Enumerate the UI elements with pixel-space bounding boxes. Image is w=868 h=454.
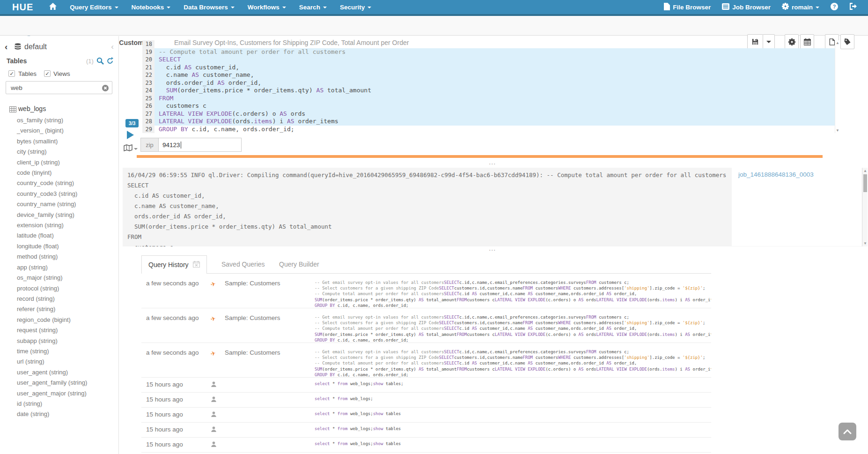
navbar-left: HUE Query EditorsNotebooksData BrowsersW… <box>0 0 378 14</box>
column-item[interactable]: os_major (string) <box>0 273 118 283</box>
column-item[interactable]: method (string) <box>0 252 118 262</box>
column-item[interactable]: country_name (string) <box>0 199 118 209</box>
nav-menu-search[interactable]: Search <box>293 0 333 14</box>
log-scrollbar[interactable]: ▲ ▼ <box>862 168 868 246</box>
column-item[interactable]: url (string) <box>0 357 118 367</box>
column-item[interactable]: id (string) <box>0 399 118 409</box>
column-item[interactable]: time (string) <box>0 346 118 357</box>
column-item[interactable]: subapp (string) <box>0 336 118 346</box>
column-item[interactable]: device_family (string) <box>0 210 118 220</box>
tab-query-history[interactable]: Query History <box>141 255 207 274</box>
help-button[interactable]: ? <box>825 0 844 14</box>
history-row[interactable]: 15 hours agoselect * from web_logs;show … <box>141 438 711 453</box>
database-name[interactable]: default <box>24 43 47 51</box>
clear-history-icon[interactable] <box>193 261 200 269</box>
execute-button[interactable] <box>127 131 134 139</box>
editor-line[interactable]: 29GROUP BY c.id, c.name, ords.order_id; <box>142 126 835 134</box>
refresh-icon[interactable] <box>106 57 114 67</box>
column-item[interactable]: city (string) <box>0 147 118 157</box>
column-item[interactable]: bytes (smallint) <box>0 136 118 147</box>
column-item[interactable]: app (string) <box>0 262 118 273</box>
line-number: 26 <box>142 102 154 110</box>
views-checkbox[interactable]: ✓ <box>44 70 51 77</box>
nav-menu-query-editors[interactable]: Query Editors <box>63 0 125 14</box>
column-item[interactable]: referer (string) <box>0 304 118 314</box>
history-row[interactable]: 15 hours agoselect * from web_logs;show … <box>141 423 711 438</box>
back-chevron-icon[interactable]: ‹ <box>5 42 7 52</box>
column-item[interactable]: protocol (string) <box>0 283 118 294</box>
column-item[interactable]: extension (string) <box>0 220 118 231</box>
history-sql-snippet: -- Get email survey opt-in values for al… <box>315 349 711 378</box>
column-item[interactable]: user_agent_major (string) <box>0 388 118 399</box>
history-timestamp: 15 hours ago <box>146 411 211 418</box>
sql-token: LATERAL VIEW EXPLODE <box>495 298 545 302</box>
tables-checkbox[interactable]: ✓ <box>8 70 15 77</box>
scrollbar-thumb[interactable] <box>863 174 867 192</box>
editor-line[interactable]: 19-- Compute total amount per order for … <box>142 48 835 56</box>
editor-line[interactable]: 21 c.id AS customer_id, <box>142 64 835 72</box>
scroll-up-icon[interactable]: ▲ <box>836 41 839 45</box>
database-row: ‹ default ‹ <box>0 42 118 53</box>
column-item[interactable]: latitude (float) <box>0 231 118 241</box>
column-item[interactable]: user_agent (string) <box>0 367 118 378</box>
column-item[interactable]: date (string) <box>0 409 118 419</box>
search-icon[interactable] <box>96 57 104 67</box>
home-button[interactable] <box>43 0 63 14</box>
column-item[interactable]: _version_ (bigint) <box>0 126 118 136</box>
tab-query-builder[interactable]: Query Builder <box>279 255 319 273</box>
editor-line[interactable]: 18 <box>142 40 835 48</box>
editor-line[interactable]: 23 ords.order_id AS order_id, <box>142 79 835 87</box>
nav-menu-security[interactable]: Security <box>333 0 378 14</box>
table-search-input[interactable] <box>6 82 112 94</box>
tab-saved-queries[interactable]: Saved Queries <box>221 255 265 273</box>
editor-line[interactable]: 22 c.name AS customer_name, <box>142 71 835 79</box>
column-item[interactable]: code (tinyint) <box>0 168 118 178</box>
sql-token: LATERAL VIEW EXPLODE <box>159 110 232 117</box>
editor-line[interactable]: 27LATERAL VIEW EXPLODE(c.orders) o AS or… <box>142 110 835 118</box>
variable-value-input[interactable]: 94123 <box>158 138 242 152</box>
column-item[interactable]: country_code (string) <box>0 178 118 188</box>
column-item[interactable]: request (string) <box>0 325 118 335</box>
column-item[interactable]: client_ip (string) <box>0 157 118 168</box>
column-item[interactable]: country_code3 (string) <box>0 189 118 199</box>
job-link[interactable]: job_1461888648136_0003 <box>738 171 814 178</box>
scroll-to-top-button[interactable] <box>839 423 856 440</box>
history-row[interactable]: 15 hours agoselect * from web_logs;show … <box>141 378 711 393</box>
hue-logo[interactable]: HUE <box>12 2 33 13</box>
editor-scrollbar[interactable]: ▲ ▼ <box>835 40 840 133</box>
nav-menu-data-browsers[interactable]: Data Browsers <box>177 0 241 14</box>
column-item[interactable]: os_family (string) <box>0 115 118 126</box>
results-resize-handle[interactable]: ⋯ <box>482 248 503 253</box>
history-row[interactable]: 15 hours agoselect * from web_logs;show … <box>141 408 711 423</box>
sql-token: (ords. <box>647 332 662 337</box>
navigator-menu[interactable] <box>124 144 138 153</box>
clear-search-icon[interactable] <box>102 85 109 93</box>
history-row[interactable]: a few seconds ago✈Sample: Customers-- Ge… <box>141 274 711 308</box>
editor-line[interactable]: 20SELECT <box>142 56 835 64</box>
editor-line[interactable]: 25FROM <box>142 95 835 103</box>
table-item-web-logs[interactable]: web_logs <box>0 104 118 114</box>
history-row[interactable]: 15 hours agoselect * from web_logs; <box>141 393 711 408</box>
history-row[interactable]: a few seconds ago✈Sample: Customers-- Ge… <box>141 308 711 343</box>
user-menu[interactable]: romain <box>776 0 825 14</box>
column-item[interactable]: region_code (bigint) <box>0 315 118 325</box>
scroll-down-icon[interactable]: ▼ <box>863 241 867 246</box>
nav-menu-notebooks[interactable]: Notebooks <box>125 0 177 14</box>
scroll-up-icon[interactable]: ▲ <box>863 169 867 173</box>
scroll-down-icon[interactable]: ▼ <box>836 128 839 133</box>
logout-button[interactable] <box>844 0 862 14</box>
column-item[interactable]: longitude (float) <box>0 241 118 252</box>
job-browser-button[interactable]: Job Browser <box>716 0 776 14</box>
history-row[interactable]: a few seconds ago✈Sample: Customers-- Ge… <box>141 343 711 378</box>
tags-button[interactable] <box>840 34 854 49</box>
log-resize-handle[interactable]: ⋯ <box>482 162 503 166</box>
sql-editor[interactable]: 1819-- Compute total amount per order fo… <box>142 40 835 133</box>
collapse-sidebar-icon[interactable]: ‹ <box>111 42 114 52</box>
column-item[interactable]: user_agent_family (string) <box>0 378 118 388</box>
nav-menu-workflows[interactable]: Workflows <box>241 0 293 14</box>
editor-line[interactable]: 26 customers c <box>142 102 835 110</box>
file-browser-button[interactable]: File Browser <box>658 0 716 14</box>
editor-line[interactable]: 28LATERAL VIEW EXPLODE(ords.items) i AS … <box>142 118 835 126</box>
editor-line[interactable]: 24 SUM(order_items.price * order_items.q… <box>142 87 835 95</box>
column-item[interactable]: record (string) <box>0 294 118 304</box>
